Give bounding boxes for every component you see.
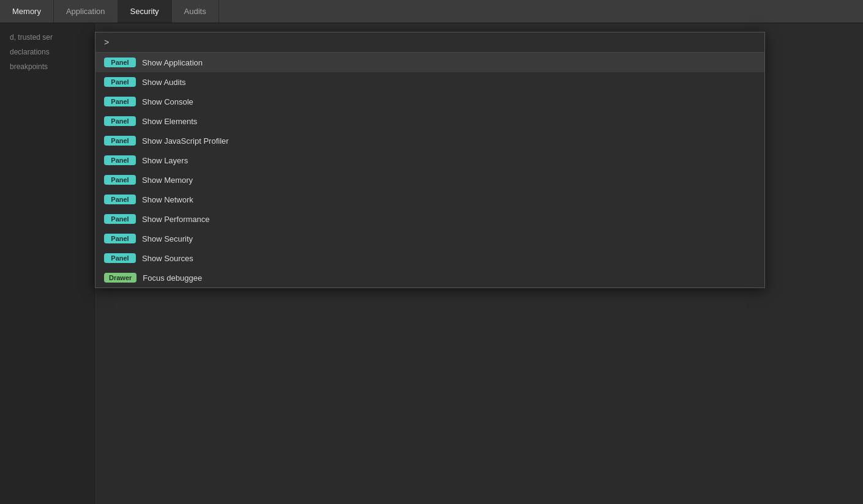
tab-application[interactable]: Application (54, 0, 118, 23)
sidebar-item-trusted: d, trusted ser (6, 31, 88, 44)
command-item[interactable]: PanelShow Memory (95, 170, 764, 190)
command-item[interactable]: PanelShow Performance (95, 209, 764, 229)
command-item[interactable]: PanelShow Sources (95, 248, 764, 268)
command-item[interactable]: PanelShow Layers (95, 150, 764, 170)
command-input[interactable] (113, 38, 756, 47)
command-input-row[interactable]: > (95, 32, 764, 53)
badge-panel: Panel (104, 97, 136, 106)
badge-panel: Panel (104, 175, 136, 185)
command-prompt: > (104, 37, 109, 47)
badge-panel: Panel (104, 155, 136, 165)
badge-panel: Panel (104, 136, 136, 146)
command-item-label: Show Memory (142, 176, 193, 185)
badge-panel: Panel (104, 77, 136, 87)
command-item-label: Show Performance (142, 215, 210, 224)
command-item-label: Show Elements (142, 117, 197, 126)
sidebar-item-declarations: declarations (6, 45, 88, 59)
command-item[interactable]: PanelShow Audits (95, 72, 764, 92)
command-item-label: Show Audits (142, 78, 186, 87)
command-item[interactable]: PanelShow JavaScript Profiler (95, 131, 764, 150)
command-item-label: Show Sources (142, 254, 193, 263)
command-item-label: Show Application (142, 58, 203, 67)
command-item[interactable]: PanelShow Application (95, 53, 764, 72)
badge-drawer: Drawer (104, 273, 136, 283)
command-item-label: Show Network (142, 195, 193, 204)
command-item-label: Show Layers (142, 156, 188, 165)
tab-security[interactable]: Security (118, 0, 172, 23)
command-palette: > PanelShow ApplicationPanelShow AuditsP… (95, 32, 765, 288)
command-item[interactable]: PanelShow Console (95, 92, 764, 111)
sidebar-item-breakpoints: breakpoints (6, 60, 88, 73)
badge-panel: Panel (104, 214, 136, 224)
command-item-label: Show Console (142, 97, 193, 106)
command-item-label: Focus debuggee (143, 273, 202, 283)
command-item[interactable]: PanelShow Security (95, 229, 764, 248)
sidebar-panel: d, trusted ser declarations breakpoints (0, 23, 95, 504)
tab-audits[interactable]: Audits (172, 0, 219, 23)
tab-bar: MemoryApplicationSecurityAudits (0, 0, 863, 23)
command-item[interactable]: DrawerFocus debuggee (95, 268, 764, 287)
badge-panel: Panel (104, 57, 136, 67)
badge-panel: Panel (104, 253, 136, 263)
command-item[interactable]: PanelShow Elements (95, 111, 764, 131)
command-list: PanelShow ApplicationPanelShow AuditsPan… (95, 53, 764, 287)
badge-panel: Panel (104, 195, 136, 204)
badge-panel: Panel (104, 234, 136, 243)
command-item-label: Show JavaScript Profiler (142, 136, 229, 146)
command-item[interactable]: PanelShow Network (95, 190, 764, 209)
command-item-label: Show Security (142, 234, 193, 243)
tab-memory[interactable]: Memory (0, 0, 54, 23)
badge-panel: Panel (104, 116, 136, 126)
